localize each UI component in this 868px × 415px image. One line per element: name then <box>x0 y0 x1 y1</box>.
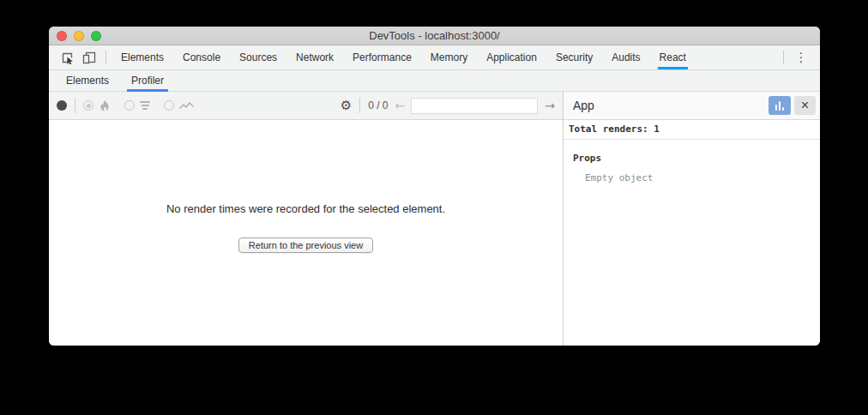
tab-security[interactable]: Security <box>546 45 602 69</box>
close-icon: × <box>801 99 809 112</box>
tab-audits[interactable]: Audits <box>602 45 649 69</box>
chart-mode-interactions[interactable] <box>164 100 194 111</box>
window-title: DevTools - localhost:3000/ <box>369 29 499 42</box>
details-panel-header: App × <box>564 92 820 119</box>
inspect-cursor-icon <box>61 51 74 64</box>
interactions-chart-icon <box>179 101 194 111</box>
devtools-tab-bar: Elements Console Sources Network Perform… <box>49 45 820 70</box>
snapshot-counter: 0 / 0 <box>368 99 388 111</box>
traffic-lights <box>57 31 101 41</box>
devtools-window: DevTools - localhost:3000/ Elements Co <box>49 27 820 346</box>
render-chart-toggle-button[interactable] <box>769 96 791 115</box>
tab-console[interactable]: Console <box>173 45 230 69</box>
chart-mode-ranked[interactable] <box>124 100 150 111</box>
next-snapshot-arrow-icon[interactable]: → <box>545 99 555 111</box>
flamegraph-radio[interactable] <box>83 100 93 111</box>
settings-gear-icon[interactable]: ⚙ <box>341 99 352 112</box>
chart-mode-flamegraph[interactable] <box>83 99 111 112</box>
props-value: Empty object <box>564 172 820 183</box>
tab-network[interactable]: Network <box>286 45 343 69</box>
interactions-radio[interactable] <box>164 100 174 111</box>
device-toolbar-icon <box>82 51 96 64</box>
title-bar: DevTools - localhost:3000/ <box>49 27 820 45</box>
record-button[interactable] <box>57 100 67 111</box>
tab-application[interactable]: Application <box>477 45 546 69</box>
toolbar-divider <box>105 51 106 64</box>
ranked-chart-icon <box>140 101 150 110</box>
selected-component-name: App <box>573 99 769 112</box>
close-window-button[interactable] <box>57 31 67 41</box>
profiler-toolbar-row: ⚙ 0 / 0 ← → App × <box>49 92 820 120</box>
tab-sources[interactable]: Sources <box>230 45 286 69</box>
flamegraph-icon <box>99 99 111 112</box>
profiler-content: No render times were recorded for the se… <box>49 120 820 346</box>
zoom-window-button[interactable] <box>91 31 101 41</box>
close-details-button[interactable]: × <box>794 96 816 115</box>
subtab-elements[interactable]: Elements <box>55 70 120 91</box>
menu-divider <box>783 51 784 64</box>
total-renders-row: Total renders: 1 <box>564 120 820 140</box>
details-panel: Total renders: 1 Props Empty object <box>564 120 820 346</box>
return-previous-view-button[interactable]: Return to the previous view <box>238 238 373 253</box>
devtools-menu-button[interactable]: ⋮ <box>789 45 813 69</box>
previous-snapshot-arrow-icon[interactable]: ← <box>395 99 406 111</box>
subtab-profiler[interactable]: Profiler <box>120 70 175 91</box>
tab-memory[interactable]: Memory <box>421 45 477 69</box>
react-subtab-bar: Elements Profiler <box>49 70 820 92</box>
toggle-device-toolbar-button[interactable] <box>78 45 100 69</box>
snapshot-search-input[interactable] <box>411 98 538 114</box>
inspect-element-button[interactable] <box>56 45 78 69</box>
empty-state-message: No render times were recorded for the se… <box>166 202 445 215</box>
tab-elements[interactable]: Elements <box>112 45 173 69</box>
tab-react[interactable]: React <box>650 45 696 69</box>
toolbar-divider <box>75 98 75 113</box>
kebab-menu-icon: ⋮ <box>795 50 808 65</box>
profiler-toolbar: ⚙ 0 / 0 ← → <box>49 92 564 119</box>
minimize-window-button[interactable] <box>74 31 84 41</box>
props-section-label: Props <box>564 153 820 164</box>
tab-performance[interactable]: Performance <box>343 45 421 69</box>
profiler-chart-area: No render times were recorded for the se… <box>49 120 564 346</box>
toolbar-divider <box>359 98 360 113</box>
ranked-radio[interactable] <box>124 100 135 111</box>
